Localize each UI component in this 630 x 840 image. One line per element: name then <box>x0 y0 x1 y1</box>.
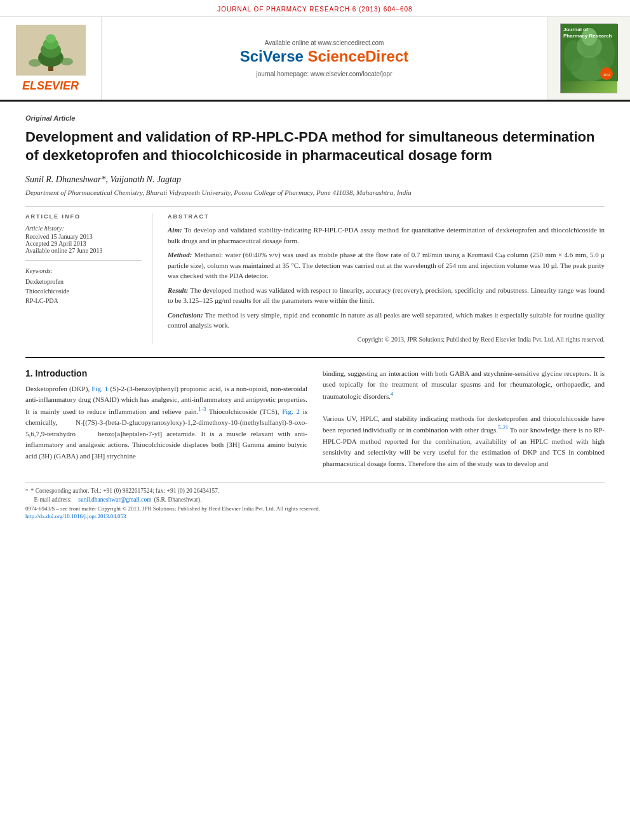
info-abstract-section: ARTICLE INFO Article history: Received 1… <box>25 213 605 344</box>
received-date: Received 15 January 2013 <box>25 233 142 240</box>
sciverse-sci: SciVerse <box>240 48 308 65</box>
result-label: Result: <box>168 286 188 294</box>
article-info-column: ARTICLE INFO Article history: Received 1… <box>25 213 152 344</box>
journal-title-bar: JOURNAL OF PHARMACY RESEARCH 6 (2013) 60… <box>217 6 412 13</box>
abstract-text: Aim: To develop and validated stability-… <box>168 225 605 344</box>
journal-cover-section: JPR Journal of Pharmacy Research <box>547 17 630 100</box>
aim-label: Aim: <box>168 226 182 234</box>
ref-1-3: 1–3 <box>198 406 206 412</box>
accepted-date: Accepted 29 April 2013 <box>25 240 142 247</box>
abstract-title: ABSTRACT <box>168 213 605 220</box>
abstract-conclusion: Conclusion: The method is very simple, r… <box>168 310 605 331</box>
elsevier-logo-section: ELSEVIER <box>0 17 102 100</box>
email-indent <box>25 497 32 503</box>
journal-cover-image: JPR Journal of Pharmacy Research <box>560 23 617 93</box>
sciencedirect-section: Available online at www.sciencedirect.co… <box>102 17 547 100</box>
article-title: Development and validation of RP-HPLC-PD… <box>25 128 605 164</box>
fig2-link[interactable]: Fig. 2 <box>282 408 300 415</box>
divider-info <box>25 260 142 261</box>
corresponding-author-text: * Corresponding author. Tel.: +91 (0) 98… <box>31 488 220 494</box>
section-title-text: Introduction <box>36 368 88 378</box>
intro-text-col1: Dexketoprofen (DKP), Fig. 1 (S)-2-(3-ben… <box>25 383 307 462</box>
article-history: Article history: Received 15 January 201… <box>25 225 142 254</box>
keywords-section: Keywords: Dexketoprofen Thiocolchicoside… <box>25 267 142 305</box>
abstract-result: Result: The developed method was validat… <box>168 285 605 306</box>
online-date: Available online 27 June 2013 <box>25 247 142 254</box>
intro-paragraph-2: binding, suggesting an interaction with … <box>323 368 605 402</box>
svg-point-7 <box>60 58 73 65</box>
email-label: E-mail address: <box>34 497 72 503</box>
cover-journal-text: Journal of Pharmacy Research <box>563 27 614 40</box>
journal-top-bar: JOURNAL OF PHARMACY RESEARCH 6 (2013) 60… <box>0 0 630 17</box>
article-type: Original Article <box>25 114 605 122</box>
intro-text-col2: binding, suggesting an interaction with … <box>323 368 605 470</box>
authors-text: Sunil R. Dhaneshwar*, Vaijanath N. Jagta… <box>25 175 181 184</box>
keyword-3: RP-LC-PDA <box>25 296 142 305</box>
available-online-text: Available online at www.sciencedirect.co… <box>265 39 384 46</box>
article-info-title: ARTICLE INFO <box>25 213 142 220</box>
email-space <box>74 497 76 503</box>
conclusion-text: The method is very simple, rapid and eco… <box>168 311 605 330</box>
fig1-link[interactable]: Fig. 1 <box>91 385 108 392</box>
keywords-label: Keywords: <box>25 267 142 274</box>
authors: Sunil R. Dhaneshwar*, Vaijanath N. Jagta… <box>25 175 605 185</box>
method-label: Method: <box>168 251 192 258</box>
ref-4: 4 <box>391 391 393 397</box>
svg-point-5 <box>46 34 56 43</box>
main-content: Original Article Development and validat… <box>0 102 630 532</box>
svg-text:JPR: JPR <box>603 73 610 77</box>
elsevier-tree-image <box>16 25 86 76</box>
doi-line: http://dx.doi.org/10.1016/j.jopr.2013.04… <box>25 513 605 519</box>
journal-homepage: journal homepage: www.elsevier.com/locat… <box>257 70 392 77</box>
affiliation: Department of Pharmaceutical Chemistry, … <box>25 189 605 196</box>
email-suffix: (S.R. Dhaneshwar). <box>154 497 202 503</box>
footnote-star: * <box>25 488 29 494</box>
ref-5-21: 5–21 <box>498 425 508 430</box>
intro-paragraph-1: Dexketoprofen (DKP), Fig. 1 (S)-2-(3-ben… <box>25 383 307 462</box>
elsevier-tree-svg <box>16 25 86 76</box>
copyright-text: Copyright © 2013, JPR Solutions; Publish… <box>168 335 605 344</box>
divider-1 <box>25 206 605 207</box>
intro-col-left: 1. Introduction Dexketoprofen (DKP), Fig… <box>25 368 307 470</box>
sciverse-logo: SciVerse ScienceDirect <box>240 48 409 65</box>
abstract-aim: Aim: To develop and validated stability-… <box>168 225 605 246</box>
page-footer: * * Corresponding author. Tel.: +91 (0) … <box>25 482 605 519</box>
keyword-2: Thiocolchicoside <box>25 286 142 296</box>
keyword-1: Dexketoprofen <box>25 277 142 286</box>
section-number: 1. <box>25 368 36 378</box>
doi-link[interactable]: http://dx.doi.org/10.1016/j.jopr.2013.04… <box>25 513 126 519</box>
method-text: Methanol: water (60:40% v/v) was used as… <box>168 251 605 279</box>
email-link[interactable]: sunil.dhaneshwar@gmail.com <box>78 497 151 503</box>
abstract-column: ABSTRACT Aim: To develop and validated s… <box>168 213 605 344</box>
header-section: ELSEVIER Available online at www.science… <box>0 17 630 102</box>
email-note: E-mail address: sunil.dhaneshwar@gmail.c… <box>25 497 605 503</box>
intro-paragraph-3: Various UV, HPLC, and stability indicati… <box>323 413 605 470</box>
homepage-label: journal homepage: www.elsevier.com/locat… <box>257 70 392 77</box>
svg-point-6 <box>29 59 41 67</box>
elsevier-wordmark: ELSEVIER <box>22 79 79 93</box>
abstract-method: Method: Methanol: water (60:40% v/v) was… <box>168 250 605 281</box>
aim-text: To develop and validated stability-indic… <box>168 226 605 244</box>
result-text: The developed method was validated with … <box>168 286 605 305</box>
conclusion-label: Conclusion: <box>168 311 203 319</box>
history-label: Article history: <box>25 225 142 232</box>
body-section: 1. Introduction Dexketoprofen (DKP), Fig… <box>25 357 605 470</box>
intro-col-right: binding, suggesting an interaction with … <box>323 368 605 470</box>
issn-line: 0974-6943/$ – see front matter Copyright… <box>25 505 605 512</box>
introduction-heading: 1. Introduction <box>25 368 307 378</box>
introduction-two-col: 1. Introduction Dexketoprofen (DKP), Fig… <box>25 368 605 470</box>
sciverse-sciencedirect: ScienceDirect <box>308 48 409 65</box>
corresponding-author-note: * * Corresponding author. Tel.: +91 (0) … <box>25 488 605 494</box>
